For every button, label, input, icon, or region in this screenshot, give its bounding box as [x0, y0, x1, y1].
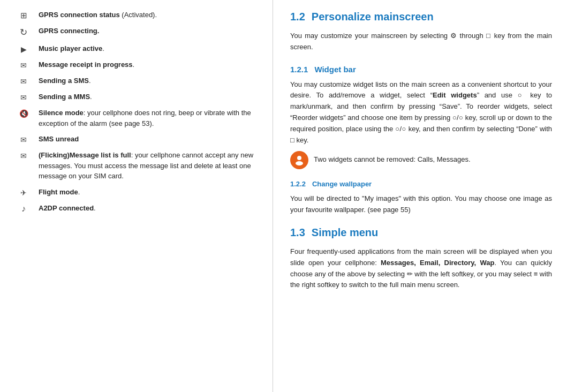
- item-icon: [15, 59, 32, 70]
- section-1-3-header: 1.3 Simple menu: [290, 225, 552, 243]
- section-1-2-1-header: 1.2.1 Widget bar: [290, 58, 552, 77]
- item-icon: [15, 43, 32, 54]
- item-text: GPRS connecting.: [39, 26, 258, 36]
- item-icon: [15, 76, 32, 86]
- item-text: A2DP connected.: [39, 203, 258, 214]
- note-text: Two widgets cannot be removed: Calls, Me…: [314, 151, 471, 165]
- icon-list-item: GPRS connecting.: [15, 26, 258, 38]
- section-1-2-number: 1.2: [290, 11, 305, 23]
- section-1-2-2-title: Change wallpaper: [312, 180, 372, 188]
- section-1-3-title: Simple menu: [312, 227, 378, 239]
- item-icon: [15, 150, 32, 161]
- section-1-2-intro: You may customize your mainscreen by sel…: [290, 31, 552, 53]
- left-page: GPRS connection status (Activated).GPRS …: [0, 0, 273, 392]
- item-text: Flight mode.: [39, 187, 258, 198]
- section-1-3-number: 1.3: [290, 227, 305, 239]
- section-1-2-2-header: 1.2.2 Change wallpaper: [290, 175, 552, 191]
- left-content: GPRS connection status (Activated).GPRS …: [15, 10, 258, 388]
- item-text: (Flicking)Message list is full: your cel…: [39, 150, 258, 182]
- section-1-2-header: 1.2 Personalize mainscreen: [290, 10, 552, 27]
- icon-list: GPRS connection status (Activated).GPRS …: [15, 10, 258, 214]
- icon-list-item: Sending a MMS.: [15, 92, 258, 102]
- section-1-2-2-body: You will be directed to "My images" with…: [290, 193, 552, 216]
- section-1-2-title: Personalize mainscreen: [312, 11, 434, 23]
- item-icon: [15, 92, 32, 102]
- svg-point-0: [297, 156, 301, 160]
- item-text: Silence mode: your cellphone does not ri…: [39, 108, 258, 129]
- item-icon: [15, 10, 32, 20]
- icon-list-item: Message receipt in progress.: [15, 59, 258, 70]
- svg-point-1: [296, 161, 303, 165]
- section-1-2-1-title: Widget bar: [314, 65, 356, 74]
- icon-list-item: Music player active.: [15, 43, 258, 54]
- icon-list-item: (Flicking)Message list is full: your cel…: [15, 150, 258, 182]
- right-page: 1.2 Personalize mainscreen You may custo…: [273, 0, 567, 392]
- icon-list-item: Silence mode: your cellphone does not ri…: [15, 108, 258, 129]
- left-page-number: 17: [15, 388, 258, 392]
- note-box: Two widgets cannot be removed: Calls, Me…: [290, 151, 552, 169]
- item-text: GPRS connection status (Activated).: [39, 10, 258, 20]
- right-content: 1.2 Personalize mainscreen You may custo…: [290, 10, 552, 388]
- item-text: SMS unread: [39, 134, 258, 145]
- section-1-2-1-body: You may customize widget lists on the ma…: [290, 79, 552, 146]
- item-text: Music player active.: [39, 43, 258, 54]
- section-1-2-2-number: 1.2.2: [290, 180, 306, 188]
- item-text: Sending a MMS.: [39, 92, 258, 102]
- right-page-number: 18: [290, 388, 552, 392]
- item-icon: [15, 108, 32, 118]
- icon-list-item: Flight mode.: [15, 187, 258, 198]
- item-icon: [15, 134, 32, 145]
- item-text: Message receipt in progress.: [39, 59, 258, 70]
- icon-list-item: GPRS connection status (Activated).: [15, 10, 258, 20]
- icon-list-item: SMS unread: [15, 134, 258, 145]
- icon-list-item: A2DP connected.: [15, 203, 258, 214]
- item-icon: [15, 187, 32, 198]
- note-icon: [290, 151, 308, 169]
- section-1-3-body: Four frequently-used applications from t…: [290, 246, 552, 291]
- section-1-2-1-number: 1.2.1: [290, 65, 308, 74]
- item-icon: [15, 26, 32, 38]
- icon-list-item: Sending a SMS.: [15, 76, 258, 86]
- item-icon: [15, 203, 32, 214]
- item-text: Sending a SMS.: [39, 76, 258, 86]
